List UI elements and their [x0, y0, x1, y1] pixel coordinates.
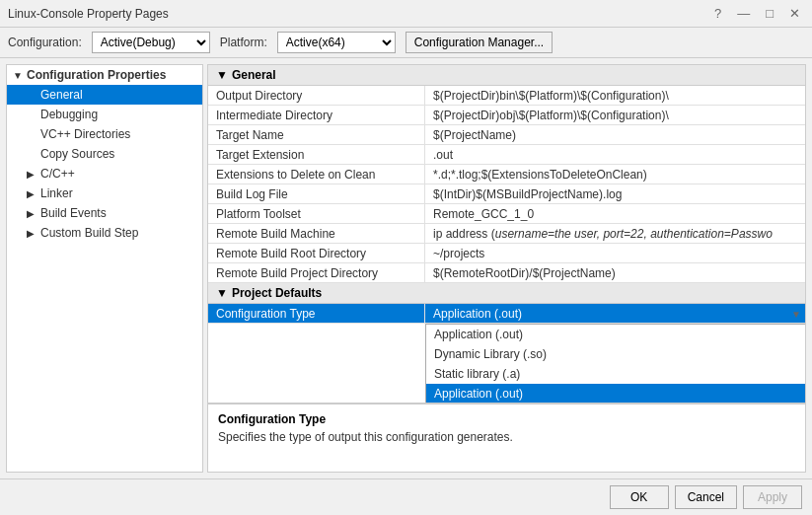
prop-name: Target Name: [208, 125, 425, 144]
title-bar-controls: ? — □ ✕: [710, 6, 804, 21]
table-row[interactable]: Configuration TypeApplication (.out)▼: [208, 304, 805, 324]
dropdown-container: Application (.out)Dynamic Library (.so)S…: [208, 324, 805, 403]
tree-arrow-icon: ▶: [27, 188, 37, 199]
prop-value: $(RemoteRootDir)/$(ProjectName): [425, 263, 805, 282]
tree-arrow-icon: ▶: [27, 208, 37, 219]
maximize-button[interactable]: □: [762, 6, 777, 21]
table-row[interactable]: Target Extension.out: [208, 145, 805, 165]
dropdown-arrow-icon: ▼: [791, 308, 801, 319]
sidebar-item-vc-directories[interactable]: VC++ Directories: [7, 124, 202, 144]
table-row[interactable]: Remote Build Project Directory$(RemoteRo…: [208, 263, 805, 283]
prop-value-italic: username=the user, port=22, authenticati…: [495, 227, 773, 241]
dropdown-option[interactable]: Application (.out): [426, 384, 805, 403]
table-row[interactable]: Extensions to Delete on Clean*.d;*.tlog;…: [208, 165, 805, 184]
left-panel: ▼Configuration PropertiesGeneralDebuggin…: [6, 64, 203, 473]
sidebar-item-build-events[interactable]: ▶Build Events: [7, 203, 202, 223]
prop-name: Build Log File: [208, 184, 425, 203]
sidebar-item-debugging[interactable]: Debugging: [7, 105, 202, 124]
prop-name: Output Directory: [208, 86, 425, 105]
title-bar: Linux-Console Property Pages ? — □ ✕: [0, 0, 812, 28]
sidebar-item-label: Custom Build Step: [40, 226, 138, 240]
table-row[interactable]: Intermediate Directory$(ProjectDir)obj\$…: [208, 106, 805, 125]
description-panel: Configuration Type Specifies the type of…: [208, 403, 805, 472]
configuration-label: Configuration:: [8, 36, 82, 49]
section-arrow-icon: ▼: [216, 286, 228, 300]
prop-value: .out: [425, 145, 805, 164]
prop-value: $(ProjectDir)obj\$(Platform)\$(Configura…: [425, 106, 805, 124]
section-header-general: ▼General: [208, 65, 805, 86]
sidebar-item-label: Configuration Properties: [27, 68, 166, 82]
sidebar-item-custom-build[interactable]: ▶Custom Build Step: [7, 223, 202, 243]
configuration-select[interactable]: Active(Debug): [92, 32, 210, 53]
sidebar-item-label: Debugging: [40, 108, 98, 121]
sidebar-item-c-cpp[interactable]: ▶C/C++: [7, 164, 202, 184]
prop-value: *.d;*.tlog;$(ExtensionsToDeleteOnClean): [425, 165, 805, 184]
sidebar-item-label: VC++ Directories: [40, 127, 130, 141]
sidebar-item-label: C/C++: [40, 167, 75, 181]
table-row[interactable]: Build Log File$(IntDir)$(MSBuildProjectN…: [208, 184, 805, 204]
table-row[interactable]: Remote Build Root Directory~/projects: [208, 244, 805, 263]
platform-label: Platform:: [220, 36, 267, 49]
sidebar-item-general[interactable]: General: [7, 85, 202, 105]
sidebar-item-label: Build Events: [40, 206, 107, 220]
section-title: General: [232, 68, 276, 82]
prop-value: $(IntDir)$(MSBuildProjectName).log: [425, 184, 805, 203]
close-button[interactable]: ✕: [785, 6, 804, 21]
help-button[interactable]: ?: [710, 6, 725, 21]
prop-value[interactable]: Application (.out)▼: [425, 304, 805, 323]
window-title: Linux-Console Property Pages: [8, 7, 169, 21]
section-header-project-defaults: ▼Project Defaults: [208, 283, 805, 304]
table-row[interactable]: Remote Build Machineip address (username…: [208, 224, 805, 244]
platform-select[interactable]: Active(x64): [277, 32, 396, 53]
ok-button[interactable]: OK: [610, 485, 669, 509]
prop-value: ~/projects: [425, 244, 805, 262]
sidebar-item-config-props[interactable]: ▼Configuration Properties: [7, 65, 202, 85]
tree-arrow-icon: ▶: [27, 169, 37, 180]
sidebar-item-linker[interactable]: ▶Linker: [7, 184, 202, 203]
config-manager-button[interactable]: Configuration Manager...: [406, 32, 553, 53]
table-row[interactable]: Platform ToolsetRemote_GCC_1_0: [208, 204, 805, 224]
bottom-bar: OK Cancel Apply: [0, 478, 812, 515]
prop-name: Remote Build Machine: [208, 224, 425, 243]
section-arrow-icon: ▼: [216, 68, 228, 82]
prop-value-text: ip address (: [433, 227, 495, 241]
prop-name: Remote Build Root Directory: [208, 244, 425, 262]
prop-value: $(ProjectName): [425, 125, 805, 144]
prop-value: $(ProjectDir)bin\$(Platform)\$(Configura…: [425, 86, 805, 105]
minimize-button[interactable]: —: [733, 6, 754, 21]
tree-arrow-icon: ▼: [13, 70, 23, 81]
dropdown-option[interactable]: Application (.out): [426, 325, 805, 344]
description-title: Configuration Type: [218, 412, 795, 426]
main-content: ▼Configuration PropertiesGeneralDebuggin…: [0, 58, 812, 478]
dropdown-option[interactable]: Static library (.a): [426, 364, 805, 384]
prop-name: Target Extension: [208, 145, 425, 164]
sidebar-item-label: General: [40, 88, 83, 102]
prop-value: Remote_GCC_1_0: [425, 204, 805, 223]
prop-name: Platform Toolset: [208, 204, 425, 223]
description-text: Specifies the type of output this config…: [218, 430, 795, 444]
right-panel: ▼GeneralOutput Directory$(ProjectDir)bin…: [207, 64, 806, 473]
properties-table: ▼GeneralOutput Directory$(ProjectDir)bin…: [208, 65, 805, 403]
apply-button[interactable]: Apply: [743, 485, 802, 509]
dropdown-option[interactable]: Dynamic Library (.so): [426, 344, 805, 364]
prop-name: Configuration Type: [208, 304, 425, 323]
prop-name: Extensions to Delete on Clean: [208, 165, 425, 184]
prop-name: Intermediate Directory: [208, 106, 425, 124]
table-row[interactable]: Output Directory$(ProjectDir)bin\$(Platf…: [208, 86, 805, 106]
sidebar-item-copy-sources[interactable]: Copy Sources: [7, 144, 202, 164]
sidebar-item-label: Copy Sources: [40, 147, 114, 161]
tree-arrow-icon: ▶: [27, 228, 37, 239]
toolbar: Configuration: Active(Debug) Platform: A…: [0, 28, 812, 58]
table-row[interactable]: Target Name$(ProjectName): [208, 125, 805, 145]
prop-name: Remote Build Project Directory: [208, 263, 425, 282]
sidebar-item-label: Linker: [40, 186, 73, 200]
cancel-button[interactable]: Cancel: [675, 485, 737, 509]
prop-value: ip address (username=the user, port=22, …: [425, 224, 805, 243]
section-title: Project Defaults: [232, 286, 322, 300]
dropdown-list: Application (.out)Dynamic Library (.so)S…: [425, 324, 805, 403]
